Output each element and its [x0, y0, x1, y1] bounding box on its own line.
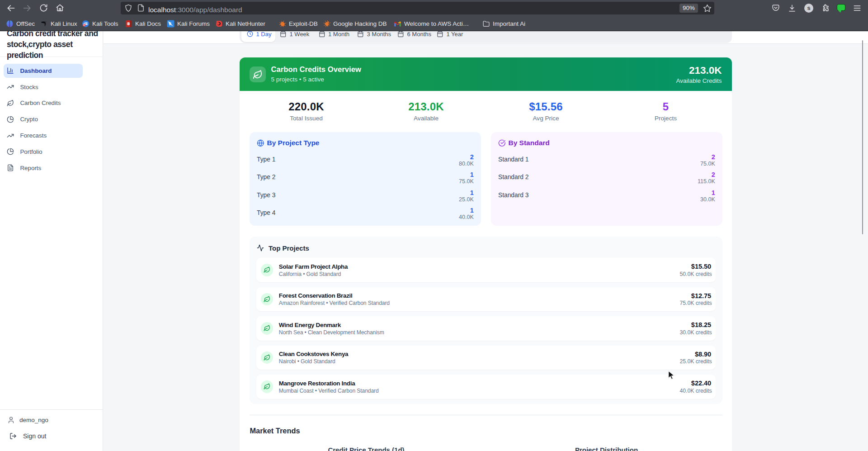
- svg-text:11: 11: [83, 24, 85, 26]
